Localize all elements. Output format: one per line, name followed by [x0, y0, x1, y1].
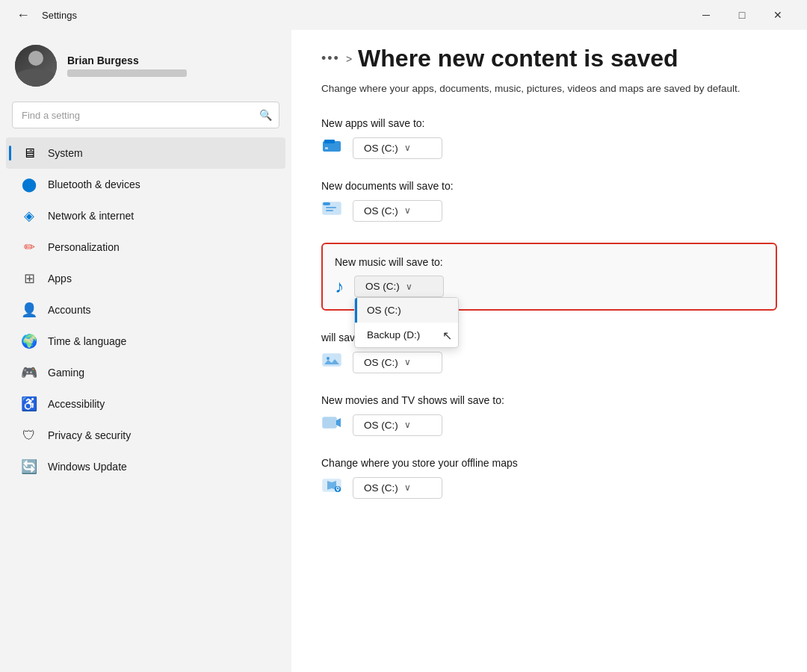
close-button[interactable]: ✕: [761, 3, 795, 27]
sidebar-item-label-gaming: Gaming: [48, 367, 84, 379]
apps-drive-icon: [321, 137, 342, 159]
sidebar-item-gaming[interactable]: 🎮 Gaming: [6, 357, 285, 388]
music-dropdown-menu: OS (C:) Backup (D:) ↖: [354, 297, 459, 348]
documents-drive-row: OS (C:) ∨: [321, 199, 777, 222]
network-icon: ◈: [21, 208, 37, 224]
music-drive-row: ♪ OS (C:) ∨ OS (C:) Backup (D:) ↖: [335, 276, 761, 297]
system-icon: 🖥: [21, 145, 37, 161]
page-description: Change where your apps, documents, music…: [321, 81, 770, 96]
search-input[interactable]: [12, 102, 279, 128]
avatar-image: [15, 45, 57, 87]
personalization-icon: ✏: [21, 239, 37, 255]
documents-drive-icon: [321, 199, 342, 222]
sidebar-item-time[interactable]: 🌍 Time & language: [6, 326, 285, 357]
time-icon: 🌍: [21, 333, 37, 349]
privacy-icon: 🛡: [21, 427, 37, 444]
music-drive-dropdown[interactable]: OS (C:) ∨: [354, 276, 444, 297]
sidebar: Brian Burgess 🔍 🖥 System ⬤ Bluetooth & d…: [0, 30, 291, 672]
sidebar-item-label-system: System: [48, 147, 83, 159]
music-option-c[interactable]: OS (C:): [355, 298, 458, 323]
music-option-d[interactable]: Backup (D:) ↖: [355, 323, 458, 347]
svg-rect-1: [324, 140, 335, 143]
user-section: Brian Burgess: [0, 36, 291, 99]
svg-rect-2: [325, 147, 328, 149]
sidebar-item-label-accessibility: Accessibility: [48, 398, 105, 410]
bluetooth-icon: ⬤: [21, 176, 37, 193]
pictures-drive-icon: [321, 351, 342, 373]
svg-rect-4: [323, 202, 330, 205]
svg-rect-5: [326, 207, 336, 208]
svg-rect-9: [323, 417, 336, 428]
documents-drive-value: OS (C:): [364, 205, 398, 217]
apps-drive-row: OS (C:) ∨: [321, 137, 777, 159]
sidebar-item-accounts[interactable]: 👤 Accounts: [6, 294, 285, 326]
search-box: 🔍: [12, 102, 279, 128]
sidebar-item-apps[interactable]: ⊞ Apps: [6, 263, 285, 294]
user-email-placeholder: [67, 69, 187, 77]
movies-section-label: New movies and TV shows will save to:: [321, 394, 777, 406]
documents-drive-dropdown[interactable]: OS (C:) ∨: [353, 200, 442, 222]
page-title: Where new content is saved: [358, 45, 678, 72]
maps-drive-icon: [321, 476, 342, 499]
movies-drive-row: OS (C:) ∨: [321, 414, 777, 436]
avatar: [15, 45, 57, 87]
sidebar-item-label-windowsupdate: Windows Update: [48, 461, 127, 473]
breadcrumb-chevron: >: [346, 53, 352, 65]
app-title: Settings: [42, 10, 77, 21]
sidebar-item-bluetooth[interactable]: ⬤ Bluetooth & devices: [6, 169, 285, 200]
sidebar-item-accessibility[interactable]: ♿ Accessibility: [6, 388, 285, 420]
minimize-button[interactable]: ─: [689, 3, 723, 27]
sidebar-item-network[interactable]: ◈ Network & internet: [6, 200, 285, 231]
movies-drive-icon: [321, 414, 342, 436]
windowsupdate-icon: 🔄: [21, 458, 37, 475]
sidebar-item-label-network: Network & internet: [48, 210, 134, 222]
apps-icon: ⊞: [21, 270, 37, 287]
sidebar-item-label-privacy: Privacy & security: [48, 429, 131, 441]
music-drive-icon: ♪: [335, 276, 344, 297]
apps-dropdown-chevron: ∨: [404, 143, 411, 153]
music-drive-value: OS (C:): [365, 281, 400, 292]
maps-dropdown-chevron: ∨: [404, 482, 411, 493]
sidebar-item-personalization[interactable]: ✏ Personalization: [6, 231, 285, 263]
title-bar-left: ← Settings: [12, 4, 77, 26]
svg-rect-6: [326, 210, 333, 211]
cursor-indicator: ↖: [442, 328, 452, 342]
user-name: Brian Burgess: [67, 55, 187, 66]
movies-drive-dropdown[interactable]: OS (C:) ∨: [353, 414, 442, 436]
sidebar-item-system[interactable]: 🖥 System: [6, 137, 285, 169]
movies-dropdown-chevron: ∨: [404, 420, 411, 430]
music-save-section: New music will save to: ♪ OS (C:) ∨ OS (…: [321, 243, 777, 311]
title-bar: ← Settings ─ □ ✕: [0, 0, 807, 30]
maps-drive-value: OS (C:): [364, 482, 398, 494]
music-dropdown-chevron: ∨: [406, 281, 412, 292]
apps-drive-dropdown[interactable]: OS (C:) ∨: [353, 137, 442, 159]
maximize-button[interactable]: □: [725, 3, 759, 27]
sidebar-item-label-time: Time & language: [48, 335, 126, 347]
back-button[interactable]: ←: [12, 4, 34, 26]
sidebar-item-label-apps: Apps: [48, 273, 72, 284]
sidebar-item-privacy[interactable]: 🛡 Privacy & security: [6, 420, 285, 451]
sidebar-item-label-accounts: Accounts: [48, 304, 91, 316]
breadcrumb-dots: •••: [321, 51, 340, 66]
pictures-drive-dropdown[interactable]: OS (C:) ∨: [353, 352, 442, 373]
sidebar-item-windowsupdate[interactable]: 🔄 Windows Update: [6, 451, 285, 482]
documents-section-label: New documents will save to:: [321, 180, 777, 192]
music-dropdown-container: OS (C:) ∨ OS (C:) Backup (D:) ↖: [354, 276, 444, 297]
search-icon: 🔍: [259, 109, 272, 121]
apps-drive-value: OS (C:): [364, 143, 398, 154]
window-controls: ─ □ ✕: [689, 3, 795, 27]
user-info: Brian Burgess: [67, 55, 187, 77]
nav-list: 🖥 System ⬤ Bluetooth & devices ◈ Network…: [0, 137, 291, 482]
apps-save-section: New apps will save to: OS (C:) ∨: [321, 117, 777, 159]
maps-save-section: Change where you store your offline maps…: [321, 457, 777, 499]
main-layout: Brian Burgess 🔍 🖥 System ⬤ Bluetooth & d…: [0, 30, 807, 672]
pictures-drive-value: OS (C:): [364, 357, 398, 368]
maps-section-label: Change where you store your offline maps: [321, 457, 777, 469]
content-area: ••• > Where new content is saved Change …: [291, 30, 807, 672]
pictures-drive-row: OS (C:) ∨: [321, 351, 777, 373]
maps-drive-dropdown[interactable]: OS (C:) ∨: [353, 477, 442, 499]
breadcrumb: ••• > Where new content is saved: [321, 45, 777, 72]
sidebar-item-label-bluetooth: Bluetooth & devices: [48, 178, 140, 190]
apps-section-label: New apps will save to:: [321, 117, 777, 129]
maps-drive-row: OS (C:) ∨: [321, 476, 777, 499]
